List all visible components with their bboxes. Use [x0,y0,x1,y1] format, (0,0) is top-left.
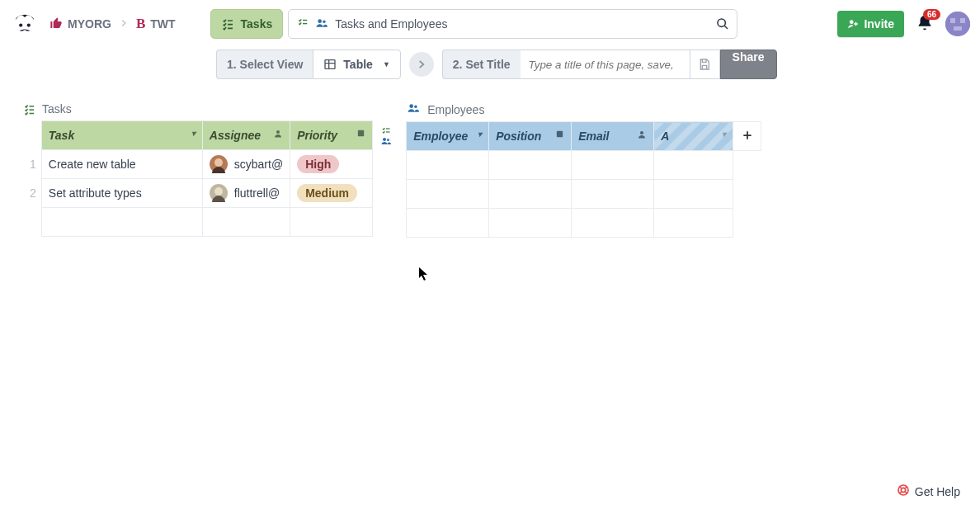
breadcrumb-project-label: TWT [150,17,175,31]
context-label: Tasks and Employees [335,17,447,31]
page-title-input[interactable] [521,50,690,79]
share-button[interactable]: Share [720,50,777,79]
get-help-button[interactable]: Get Help [897,483,960,499]
notifications-button[interactable]: 66 [916,14,934,35]
tasks-table-caption: Tasks [23,102,373,116]
svg-point-2 [27,24,31,27]
table-row-empty[interactable] [407,180,761,209]
add-column-button[interactable] [733,122,761,151]
lifebuoy-icon [897,483,910,499]
cell-assignee[interactable]: fluttrell@ [202,179,290,208]
chevron-down-icon: ▾ [478,130,482,139]
svg-rect-13 [358,130,364,136]
tab-tasks-label: Tasks [241,17,273,31]
people-icon [315,17,328,31]
tag-icon [356,129,365,138]
svg-point-6 [850,20,854,24]
tasks-caption-label: Tasks [42,102,72,116]
col-position[interactable]: Position [489,122,572,151]
table-row-empty[interactable] [407,151,761,180]
svg-rect-11 [325,60,335,69]
table-row[interactable]: 1 Create new table scybart@ High [23,150,373,179]
thumb-up-icon [49,17,63,32]
svg-point-17 [214,187,223,196]
step2-label: 2. Set Title [453,58,511,71]
invite-button[interactable]: Invite [837,11,904,37]
apply-arrow-button[interactable] [409,52,434,77]
svg-point-23 [640,131,643,134]
project-icon: B [136,16,145,32]
cell-task[interactable]: Set attribute types [41,179,202,208]
breadcrumb: MYORG B TWT [49,16,176,33]
svg-rect-22 [557,131,563,137]
svg-point-15 [214,158,223,167]
svg-rect-9 [960,18,965,23]
svg-point-21 [414,106,417,109]
svg-point-1 [19,24,22,27]
caret-down-icon: ▼ [383,60,390,68]
chevron-down-icon: ▾ [191,129,196,138]
svg-point-12 [276,130,280,134]
table-link-icon[interactable] [379,126,393,146]
svg-point-20 [409,104,413,108]
avatar [210,155,228,173]
people-icon [406,102,421,116]
svg-rect-10 [954,26,962,31]
app-logo[interactable] [10,9,40,39]
user-avatar[interactable] [945,12,970,36]
cell-task[interactable]: Create new table [41,150,202,179]
col-a-partial[interactable]: A ▾ [654,122,733,151]
svg-point-19 [387,139,389,141]
chevron-right-icon [118,16,130,33]
svg-point-25 [901,488,905,492]
plus-icon [742,130,753,141]
svg-point-3 [318,19,323,23]
table-row-empty[interactable] [407,209,761,238]
person-icon [637,130,647,139]
cell-priority[interactable]: High [290,150,373,179]
svg-rect-8 [950,18,955,23]
tasks-small-icon [297,17,309,31]
col-priority[interactable]: Priority [290,121,373,150]
breadcrumb-project[interactable]: B TWT [136,16,176,32]
table-row[interactable]: 2 Set attribute types fluttrell@ Medium [23,179,373,208]
cell-priority[interactable]: Medium [290,179,373,208]
cell-assignee[interactable]: scybart@ [202,150,290,179]
view-type-dropdown[interactable]: Table ▼ [313,50,400,79]
person-icon [273,129,283,139]
step1-label: 1. Select View [227,58,303,71]
save-button[interactable] [690,50,720,79]
context-selector[interactable]: Tasks and Employees [288,9,737,39]
tasks-table: Task ▾ Assignee Priority 1 [23,120,373,237]
tab-tasks[interactable]: Tasks [210,9,284,39]
col-assignee[interactable]: Assignee [202,121,290,150]
tag-icon [555,130,564,139]
employees-table: Employee ▾ Position Email A ▾ [406,121,761,238]
breadcrumb-org-label: MYORG [68,17,111,31]
mouse-cursor [418,266,430,285]
step2-set-title[interactable]: 2. Set Title [442,50,521,79]
employees-caption-label: Employees [427,103,484,116]
get-help-label: Get Help [915,485,960,498]
step1-select-view[interactable]: 1. Select View [216,50,313,79]
search-button[interactable] [709,10,737,38]
employees-table-caption: Employees [406,102,761,116]
chevron-down-icon: ▾ [722,130,726,139]
col-task[interactable]: Task ▾ [41,121,202,150]
svg-point-4 [323,20,326,23]
share-label: Share [733,50,765,64]
invite-label: Invite [864,17,894,31]
svg-point-5 [718,19,725,26]
avatar [210,184,228,202]
svg-point-0 [12,11,38,37]
view-type-label: Table [343,58,373,71]
col-email[interactable]: Email [572,122,654,151]
svg-point-18 [383,138,386,141]
svg-rect-7 [945,12,970,36]
col-employee[interactable]: Employee ▾ [407,122,489,151]
breadcrumb-org[interactable]: MYORG [49,17,111,32]
notification-badge: 66 [923,9,940,20]
table-row-empty[interactable] [23,208,373,237]
